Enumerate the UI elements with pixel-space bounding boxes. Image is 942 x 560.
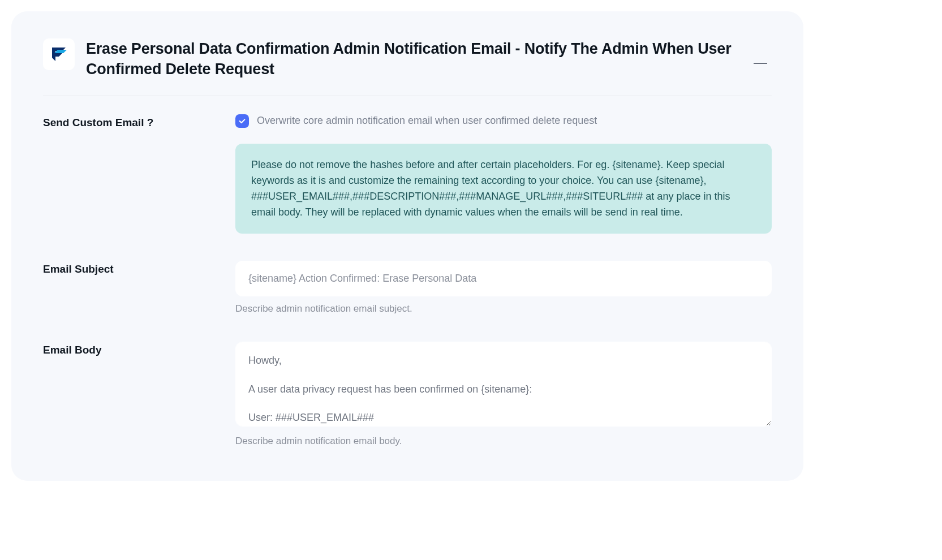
email-subject-label: Email Subject — [43, 261, 235, 275]
row-email-body: Email Body Describe admin notification e… — [43, 342, 772, 447]
info-box: Please do not remove the hashes before a… — [235, 144, 772, 234]
card-title: Erase Personal Data Confirmation Admin N… — [86, 38, 738, 80]
send-custom-label: Send Custom Email ? — [43, 114, 235, 129]
brand-logo-icon — [50, 45, 68, 63]
send-custom-check-line: Overwrite core admin notification email … — [235, 114, 772, 128]
email-body-control: Describe admin notification email body. — [235, 342, 772, 447]
email-body-help: Describe admin notification email body. — [235, 436, 772, 447]
email-subject-input[interactable] — [235, 261, 772, 296]
email-subject-control: Describe admin notification email subjec… — [235, 261, 772, 315]
collapse-button[interactable]: — — [749, 52, 772, 72]
email-body-label: Email Body — [43, 342, 235, 356]
check-icon — [238, 117, 246, 125]
card-header: Erase Personal Data Confirmation Admin N… — [43, 38, 772, 96]
send-custom-checkbox[interactable] — [235, 114, 249, 128]
brand-logo — [43, 38, 75, 70]
send-custom-description: Overwrite core admin notification email … — [257, 115, 597, 127]
send-custom-control: Overwrite core admin notification email … — [235, 114, 772, 234]
settings-card: Erase Personal Data Confirmation Admin N… — [11, 11, 803, 481]
email-subject-help: Describe admin notification email subjec… — [235, 303, 772, 315]
row-send-custom: Send Custom Email ? Overwrite core admin… — [43, 114, 772, 234]
row-email-subject: Email Subject Describe admin notificatio… — [43, 261, 772, 315]
email-body-textarea[interactable] — [235, 342, 772, 427]
